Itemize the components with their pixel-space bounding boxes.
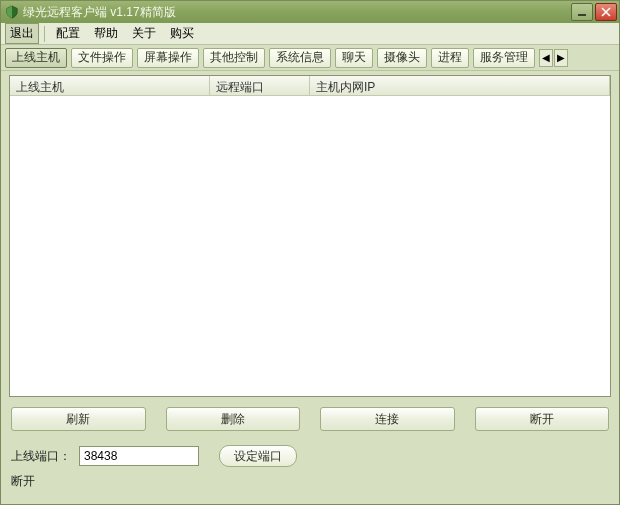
menu-help[interactable]: 帮助 [88, 23, 124, 44]
listview-body[interactable] [10, 96, 610, 396]
refresh-button[interactable]: 刷新 [11, 407, 146, 431]
app-window: 绿光远程客户端 v1.17精简版 退出 配置 帮助 关于 购买 上线主机 文件操… [0, 0, 620, 505]
tab-scroll-left[interactable]: ◀ [539, 49, 553, 67]
menu-about[interactable]: 关于 [126, 23, 162, 44]
tab-camera[interactable]: 摄像头 [377, 48, 427, 68]
menu-separator [44, 26, 45, 42]
minimize-button[interactable] [571, 3, 593, 21]
port-label: 上线端口： [11, 448, 71, 465]
window-title: 绿光远程客户端 v1.17精简版 [23, 4, 569, 21]
action-buttons: 刷新 删除 连接 断开 [9, 397, 611, 439]
tab-chat[interactable]: 聊天 [335, 48, 373, 68]
col-ip[interactable]: 主机内网IP [310, 76, 610, 95]
menu-exit[interactable]: 退出 [5, 23, 39, 44]
connect-button[interactable]: 连接 [320, 407, 455, 431]
tab-screen-ops[interactable]: 屏幕操作 [137, 48, 199, 68]
tab-services[interactable]: 服务管理 [473, 48, 535, 68]
port-row: 上线端口： 设定端口 [9, 439, 611, 469]
col-host[interactable]: 上线主机 [10, 76, 210, 95]
tab-sysinfo[interactable]: 系统信息 [269, 48, 331, 68]
menu-config[interactable]: 配置 [50, 23, 86, 44]
host-listview[interactable]: 上线主机 远程端口 主机内网IP [9, 75, 611, 397]
listview-header: 上线主机 远程端口 主机内网IP [10, 76, 610, 96]
titlebar: 绿光远程客户端 v1.17精简版 [1, 1, 619, 23]
disconnect-button[interactable]: 断开 [475, 407, 610, 431]
tab-scroll-nav: ◀ ▶ [539, 49, 568, 67]
col-port[interactable]: 远程端口 [210, 76, 310, 95]
delete-button[interactable]: 删除 [166, 407, 301, 431]
toolbar: 上线主机 文件操作 屏幕操作 其他控制 系统信息 聊天 摄像头 进程 服务管理 … [1, 45, 619, 71]
tab-process[interactable]: 进程 [431, 48, 469, 68]
menu-buy[interactable]: 购买 [164, 23, 200, 44]
content-area: 上线主机 远程端口 主机内网IP 刷新 删除 连接 断开 上线端口： 设定端口 … [1, 71, 619, 504]
close-button[interactable] [595, 3, 617, 21]
port-input[interactable] [79, 446, 199, 466]
set-port-button[interactable]: 设定端口 [219, 445, 297, 467]
app-icon [5, 5, 19, 19]
tab-file-ops[interactable]: 文件操作 [71, 48, 133, 68]
tab-online-hosts[interactable]: 上线主机 [5, 48, 67, 68]
status-text: 断开 [9, 469, 611, 496]
tab-scroll-right[interactable]: ▶ [554, 49, 568, 67]
tab-other-control[interactable]: 其他控制 [203, 48, 265, 68]
menubar: 退出 配置 帮助 关于 购买 [1, 23, 619, 45]
